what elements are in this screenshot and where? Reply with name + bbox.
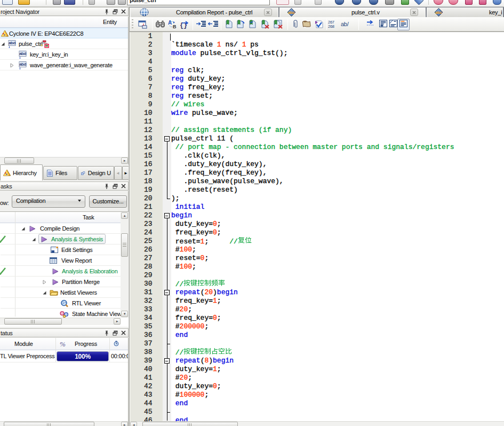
svg-text:ab/: ab/: [341, 21, 349, 27]
svg-text:abc: abc: [435, 10, 442, 15]
svg-text:268: 268: [328, 24, 334, 29]
svg-text:abc: abc: [288, 10, 295, 15]
svg-text:B: B: [173, 24, 177, 29]
svg-text:abd: abd: [19, 62, 26, 67]
svg-text:A: A: [168, 20, 172, 26]
svg-text:abd: abd: [19, 51, 26, 56]
svg-text:abd: abd: [9, 41, 15, 45]
